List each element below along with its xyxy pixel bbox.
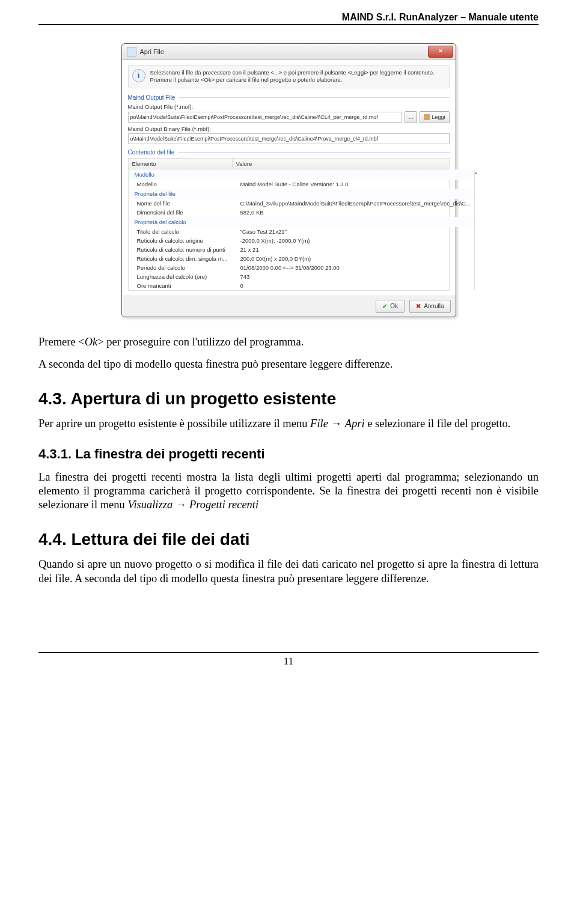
table-row: Titolo del calcolo"Caso Test 21x21" xyxy=(129,227,474,236)
open-file-dialog: Apri File ✕ i Selezionare il file da pro… xyxy=(121,43,456,317)
paragraph: Per aprire un progetto esistente è possi… xyxy=(38,417,539,431)
col-elemento: Elemento xyxy=(129,159,233,169)
browse-label: ... xyxy=(409,114,414,120)
heading-4-4: 4.4. Lettura dei file dei dati xyxy=(38,530,539,549)
paragraph: A seconda del tipo di modello questa fin… xyxy=(38,357,539,371)
window-icon xyxy=(127,47,136,56)
section-contenuto: Contenuto del file xyxy=(128,149,175,156)
mbf-label: Maind Output Binary File (*.mbf): xyxy=(128,126,450,132)
section-maind-output: Maind Output File xyxy=(128,94,176,101)
mbf-input[interactable]: o\MaindModelSuite\FilediEsempi\PostProce… xyxy=(128,133,450,144)
table-row: Nome del fileC:\Maind_Sviluppo\MaindMode… xyxy=(129,199,474,208)
group-prop-file: Proprietà del file xyxy=(129,189,474,199)
paragraph: Premere <Ok> per proseguire con l'utiliz… xyxy=(38,335,539,349)
folder-icon xyxy=(424,114,430,120)
table-row: Ore mancanti0 xyxy=(129,281,474,290)
heading-4-3: 4.3. Apertura di un progetto esistente xyxy=(38,389,539,409)
header-rule xyxy=(38,24,539,25)
properties-table: Elemento Valore Modello ModelloMaind Mod… xyxy=(128,158,450,291)
annulla-button[interactable]: ✖Annulla xyxy=(409,300,450,313)
table-row: Dimensioni del file582,0 KB xyxy=(129,208,474,217)
leggi-label: Leggi xyxy=(432,114,445,120)
browse-button[interactable]: ... xyxy=(405,111,418,123)
table-row: Reticolo di calcolo: dim. singola m...20… xyxy=(129,254,474,263)
group-prop-calcolo: Proprietà del calcolo xyxy=(129,217,474,227)
ok-label: Ok xyxy=(390,303,398,309)
info-banner: i Selezionare il file da processare con … xyxy=(128,65,450,88)
paragraph: La finestra dei progetti recenti mostra … xyxy=(38,470,539,512)
table-row: Lunghezza del calcolo (ore)743 xyxy=(129,272,474,281)
running-header: MAIND S.r.l. RunAnalyzer – Manuale utent… xyxy=(38,12,539,23)
dialog-title: Apri File xyxy=(140,48,428,55)
table-row: Reticolo di calcolo: numero di punti21 x… xyxy=(129,245,474,254)
check-icon: ✔ xyxy=(382,303,387,309)
ok-button[interactable]: ✔Ok xyxy=(376,300,405,313)
table-row: ModelloMaind Model Suite - Caline Versio… xyxy=(129,180,474,189)
paragraph: Quando si apre un nuovo progetto o si mo… xyxy=(38,558,539,585)
group-modello: Modello xyxy=(129,169,474,180)
info-text: Selezionare il file da processare con il… xyxy=(150,69,445,84)
table-row: Reticolo di calcolo: origine-2000,0 X(m)… xyxy=(129,236,474,245)
table-scrollbar[interactable] xyxy=(474,169,475,290)
dialog-titlebar: Apri File ✕ xyxy=(122,44,456,60)
close-icon: ✕ xyxy=(438,47,443,54)
close-button[interactable]: ✕ xyxy=(428,46,453,58)
heading-4-3-1: 4.3.1. La finestra dei progetti recenti xyxy=(38,446,539,462)
mof-input[interactable]: po\MaindModelSuite\FilediEsempi\PostProc… xyxy=(128,112,402,123)
annulla-label: Annulla xyxy=(424,303,444,309)
col-valore: Valore xyxy=(233,159,441,169)
x-icon: ✖ xyxy=(416,303,421,309)
leggi-button[interactable]: Leggi xyxy=(420,111,449,123)
table-row: Periodo del calcolo01/08/2000 0.00 <--> … xyxy=(129,263,474,272)
info-icon: i xyxy=(132,69,145,82)
page-number: 11 xyxy=(38,655,539,667)
mof-label: Maind Output File (*.mof): xyxy=(128,103,450,110)
footer-rule xyxy=(38,652,539,653)
